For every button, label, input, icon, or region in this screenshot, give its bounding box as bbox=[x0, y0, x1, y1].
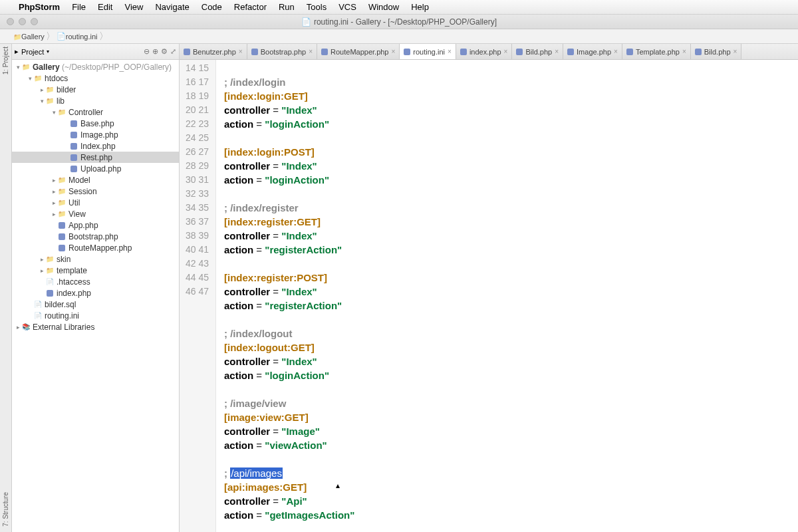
target-icon[interactable]: ⊕ bbox=[152, 47, 158, 56]
sidebar-tab-project[interactable]: 1: Project bbox=[2, 47, 9, 74]
breadcrumb[interactable]: Gallery 〉 📄 routing.ini 〉 bbox=[0, 29, 798, 44]
menu-navigate[interactable]: Navigate bbox=[155, 2, 189, 12]
tree-folder-controller[interactable]: ▾Controller bbox=[12, 106, 179, 118]
chevron-down-icon[interactable]: ▾ bbox=[47, 49, 49, 55]
editor-tab[interactable]: routing.ini× bbox=[400, 44, 456, 59]
close-tab-icon[interactable]: × bbox=[733, 48, 737, 55]
close-window-icon[interactable] bbox=[7, 18, 14, 25]
folder-icon bbox=[33, 74, 43, 82]
close-tab-icon[interactable]: × bbox=[682, 48, 686, 55]
menu-refactor[interactable]: Refactor bbox=[234, 2, 267, 12]
tree-file-upload[interactable]: Upload.php bbox=[12, 163, 179, 174]
editor-tab[interactable]: Bootstrap.php× bbox=[247, 44, 317, 59]
collapse-icon[interactable]: ⊖ bbox=[144, 47, 150, 56]
tree-file-routemapper[interactable]: RouteMapper.php bbox=[12, 242, 179, 253]
editor-area: Benutzer.php×Bootstrap.php×RouteMapper.p… bbox=[180, 44, 798, 532]
editor-tab[interactable]: Template.php× bbox=[622, 44, 691, 59]
close-tab-icon[interactable]: × bbox=[309, 48, 313, 55]
tree-file-app[interactable]: App.php bbox=[12, 219, 179, 231]
tree-folder-bilder[interactable]: ▸bilder bbox=[12, 84, 179, 95]
file-icon bbox=[695, 49, 702, 55]
tab-label: Bild.php bbox=[525, 48, 552, 56]
tab-label: index.php bbox=[469, 48, 501, 56]
php-icon bbox=[59, 233, 65, 240]
editor-tab[interactable]: Bild.php× bbox=[512, 44, 563, 59]
tree-folder-model[interactable]: ▸Model bbox=[12, 174, 179, 186]
php-icon bbox=[59, 245, 65, 251]
tree-folder-util[interactable]: ▸Util bbox=[12, 197, 179, 208]
menu-run[interactable]: Run bbox=[279, 2, 295, 12]
close-tab-icon[interactable]: × bbox=[448, 48, 452, 55]
tree-file-bootstrap[interactable]: Bootstrap.php bbox=[12, 231, 179, 242]
php-icon bbox=[59, 222, 65, 229]
editor-tab[interactable]: index.php× bbox=[456, 44, 513, 59]
zoom-window-icon[interactable] bbox=[31, 18, 38, 25]
menu-edit[interactable]: Edit bbox=[98, 2, 112, 12]
menu-view[interactable]: View bbox=[124, 2, 143, 12]
php-icon bbox=[70, 154, 77, 161]
php-icon bbox=[70, 166, 77, 172]
code-editor[interactable]: 14 15 16 17 18 19 20 21 22 23 24 25 26 2… bbox=[180, 60, 798, 532]
traffic-lights[interactable] bbox=[0, 18, 38, 25]
folder-icon bbox=[57, 199, 66, 206]
editor-tab[interactable]: Image.php× bbox=[563, 44, 622, 59]
code-content[interactable]: ; /index/login [index:login:GET] control… bbox=[216, 60, 798, 532]
app-name[interactable]: PhpStorm bbox=[19, 2, 60, 12]
tree-file-bildersql[interactable]: bilder.sql bbox=[12, 299, 179, 310]
folder-icon bbox=[45, 255, 55, 263]
tree-file-image[interactable]: Image.php bbox=[12, 129, 179, 140]
tree-folder-lib[interactable]: ▾lib bbox=[12, 95, 179, 106]
chevron-right-icon: 〉 bbox=[46, 31, 55, 43]
menu-tools[interactable]: Tools bbox=[307, 2, 327, 12]
file-icon bbox=[404, 49, 410, 55]
sidebar-tab-structure[interactable]: 7: Structure bbox=[2, 492, 9, 527]
tree-folder-htdocs[interactable]: ▾htdocs bbox=[12, 72, 179, 84]
gear-icon[interactable]: ⚙ bbox=[161, 47, 168, 56]
tree-root[interactable]: ▾Gallery (~/Desktop/PHP_OOP/Gallery) bbox=[12, 61, 179, 72]
tab-label: Image.php bbox=[577, 48, 611, 56]
tree-folder-skin[interactable]: ▸skin bbox=[12, 253, 179, 265]
tab-label: Benutzer.php bbox=[193, 48, 236, 56]
tree-folder-view[interactable]: ▸View bbox=[12, 208, 179, 219]
tool-window-bar-left[interactable]: 1: Project 7: Structure bbox=[0, 44, 12, 532]
project-dropdown-icon[interactable]: ▸ bbox=[15, 47, 19, 56]
minimize-window-icon[interactable] bbox=[19, 18, 26, 25]
menu-window[interactable]: Window bbox=[368, 2, 399, 12]
hide-icon[interactable]: ⤢ bbox=[170, 47, 176, 56]
tree-external-libs[interactable]: ▸External Libraries bbox=[12, 321, 179, 332]
sidebar-title[interactable]: Project bbox=[21, 48, 44, 56]
menu-vcs[interactable]: VCS bbox=[338, 2, 356, 12]
php-icon bbox=[70, 143, 77, 150]
tree-file-index[interactable]: Index.php bbox=[12, 140, 179, 152]
tree-folder-template[interactable]: ▸template bbox=[12, 265, 179, 276]
editor-tab[interactable]: Benutzer.php× bbox=[180, 44, 247, 59]
breadcrumb-file[interactable]: routing.ini bbox=[66, 33, 98, 41]
editor-tabs[interactable]: Benutzer.php×Bootstrap.php×RouteMapper.p… bbox=[180, 44, 798, 60]
close-tab-icon[interactable]: × bbox=[504, 48, 508, 55]
folder-icon bbox=[45, 86, 55, 93]
tree-file-rest[interactable]: Rest.php bbox=[12, 152, 179, 163]
tree-file-base[interactable]: Base.php bbox=[12, 118, 179, 129]
editor-tab[interactable]: RouteMapper.php× bbox=[317, 44, 400, 59]
close-tab-icon[interactable]: × bbox=[239, 48, 243, 55]
project-tree[interactable]: ▾Gallery (~/Desktop/PHP_OOP/Gallery) ▾ht… bbox=[12, 60, 179, 532]
editor-tab[interactable]: Bild.php× bbox=[691, 44, 742, 59]
folder-icon bbox=[57, 176, 66, 184]
tab-label: RouteMapper.php bbox=[331, 48, 388, 56]
folder-icon bbox=[57, 108, 66, 116]
tree-file-htaccess[interactable]: .htaccess bbox=[12, 276, 179, 287]
close-tab-icon[interactable]: × bbox=[555, 48, 559, 55]
tree-file-indexphp[interactable]: index.php bbox=[12, 287, 179, 299]
file-icon bbox=[321, 49, 328, 55]
tree-folder-session[interactable]: ▸Session bbox=[12, 186, 179, 197]
tree-file-routing[interactable]: routing.ini bbox=[12, 310, 179, 321]
close-tab-icon[interactable]: × bbox=[391, 48, 395, 55]
file-icon bbox=[45, 278, 55, 285]
menu-file[interactable]: File bbox=[72, 2, 86, 12]
menu-code[interactable]: Code bbox=[201, 2, 222, 12]
close-tab-icon[interactable]: × bbox=[614, 48, 618, 55]
menu-help[interactable]: Help bbox=[411, 2, 429, 12]
file-icon: 📄 bbox=[301, 17, 311, 27]
window-title: 📄 routing.ini - Gallery - [~/Desktop/PHP… bbox=[301, 17, 497, 27]
breadcrumb-root[interactable]: Gallery bbox=[21, 33, 45, 41]
